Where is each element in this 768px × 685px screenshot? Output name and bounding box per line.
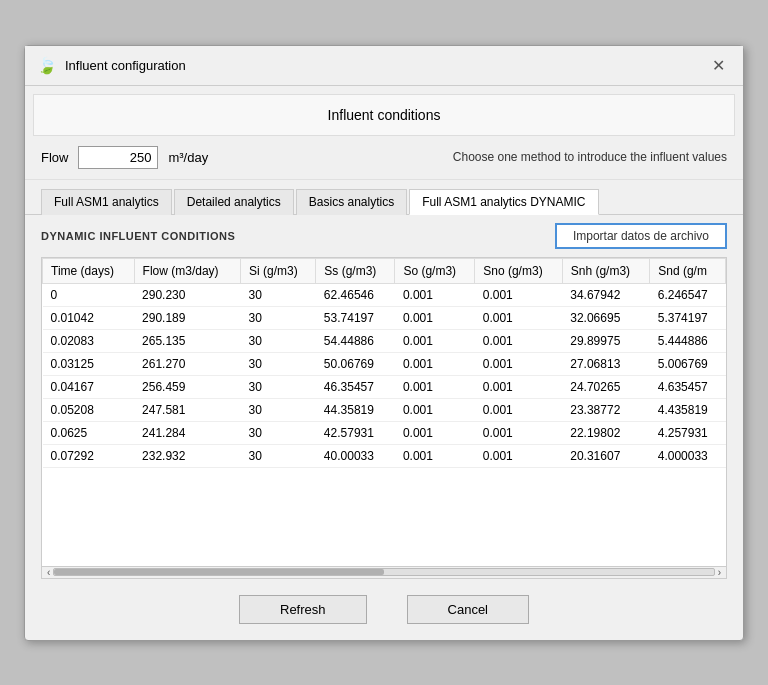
table-cell: 5.006769	[650, 352, 726, 375]
table-row: 0.05208247.5813044.358190.0010.00123.387…	[43, 398, 726, 421]
table-cell: 0.001	[395, 444, 475, 467]
table-cell: 0	[43, 283, 135, 306]
table-cell: 30	[241, 444, 316, 467]
table-cell: 50.06769	[316, 352, 395, 375]
footer: Refresh Cancel	[25, 579, 743, 640]
table-cell: 247.581	[134, 398, 241, 421]
tabs-section: Full ASM1 analytics Detailed analytics B…	[25, 180, 743, 215]
table-cell: 0.001	[395, 306, 475, 329]
table-cell: 53.74197	[316, 306, 395, 329]
table-cell: 232.932	[134, 444, 241, 467]
table-cell: 0.001	[475, 421, 562, 444]
import-button[interactable]: Importar datos de archivo	[555, 223, 727, 249]
table-cell: 0.001	[475, 444, 562, 467]
table-cell: 0.01042	[43, 306, 135, 329]
table-cell: 30	[241, 398, 316, 421]
col-header-flow: Flow (m3/day)	[134, 258, 241, 283]
flow-section: Flow m³/day Choose one method to introdu…	[25, 136, 743, 180]
table-cell: 0.03125	[43, 352, 135, 375]
section-header: Influent conditions	[33, 94, 735, 136]
col-header-so: So (g/m3)	[395, 258, 475, 283]
table-cell: 0.001	[475, 375, 562, 398]
refresh-button[interactable]: Refresh	[239, 595, 367, 624]
table-cell: 0.001	[475, 306, 562, 329]
tab-detailed-analytics[interactable]: Detailed analytics	[174, 189, 294, 215]
table-cell: 0.001	[395, 375, 475, 398]
table-row: 0.03125261.2703050.067690.0010.00127.068…	[43, 352, 726, 375]
table-row: 0.01042290.1893053.741970.0010.00132.066…	[43, 306, 726, 329]
table-cell: 0.001	[395, 329, 475, 352]
table-cell: 22.19802	[562, 421, 649, 444]
table-row: 0.02083265.1353054.448860.0010.00129.899…	[43, 329, 726, 352]
table-cell: 42.57931	[316, 421, 395, 444]
flow-input[interactable]	[78, 146, 158, 169]
table-cell: 30	[241, 421, 316, 444]
table-cell: 4.000033	[650, 444, 726, 467]
table-cell: 44.35819	[316, 398, 395, 421]
table-cell: 4.257931	[650, 421, 726, 444]
close-button[interactable]: ✕	[706, 54, 731, 77]
table-header-row: Time (days) Flow (m3/day) Si (g/m3) Ss (…	[43, 258, 726, 283]
table-cell: 0.001	[395, 352, 475, 375]
table-cell: 0.001	[475, 398, 562, 421]
table-cell: 62.46546	[316, 283, 395, 306]
table-cell: 256.459	[134, 375, 241, 398]
table-cell: 5.374197	[650, 306, 726, 329]
scroll-track[interactable]	[53, 568, 714, 576]
table-cell: 30	[241, 329, 316, 352]
table-cell: 265.135	[134, 329, 241, 352]
table-row: 0290.2303062.465460.0010.00134.679426.24…	[43, 283, 726, 306]
dynamic-header: DYNAMIC INFLUENT CONDITIONS Importar dat…	[25, 215, 743, 257]
col-header-sno: Sno (g/m3)	[475, 258, 562, 283]
table-cell: 0.001	[395, 421, 475, 444]
cancel-button[interactable]: Cancel	[407, 595, 529, 624]
table-cell: 20.31607	[562, 444, 649, 467]
table-cell: 5.444886	[650, 329, 726, 352]
table-cell: 0.001	[395, 283, 475, 306]
table-cell: 40.00033	[316, 444, 395, 467]
tab-full-asm1-analytics[interactable]: Full ASM1 analytics	[41, 189, 172, 215]
table-cell: 23.38772	[562, 398, 649, 421]
table-cell: 30	[241, 306, 316, 329]
table-cell: 34.67942	[562, 283, 649, 306]
dialog-title: Influent configuration	[65, 58, 186, 73]
table-cell: 290.230	[134, 283, 241, 306]
table-cell: 24.70265	[562, 375, 649, 398]
table-cell: 0.02083	[43, 329, 135, 352]
dynamic-label: DYNAMIC INFLUENT CONDITIONS	[41, 230, 235, 242]
table-cell: 30	[241, 283, 316, 306]
tab-full-asm1-analytics-dynamic[interactable]: Full ASM1 analytics DYNAMIC	[409, 189, 598, 215]
table-row: 0.07292232.9323040.000330.0010.00120.316…	[43, 444, 726, 467]
table-cell: 0.0625	[43, 421, 135, 444]
scroll-left-arrow[interactable]: ‹	[44, 567, 53, 578]
app-icon: 🍃	[37, 56, 57, 75]
table-cell: 0.001	[475, 329, 562, 352]
data-table: Time (days) Flow (m3/day) Si (g/m3) Ss (…	[42, 258, 726, 468]
scroll-right-arrow[interactable]: ›	[715, 567, 724, 578]
table-cell: 27.06813	[562, 352, 649, 375]
table-cell: 4.635457	[650, 375, 726, 398]
table-cell: 46.35457	[316, 375, 395, 398]
table-row: 0.0625241.2843042.579310.0010.00122.1980…	[43, 421, 726, 444]
col-header-ss: Ss (g/m3)	[316, 258, 395, 283]
col-header-si: Si (g/m3)	[241, 258, 316, 283]
table-cell: 0.04167	[43, 375, 135, 398]
table-cell: 290.189	[134, 306, 241, 329]
title-bar: 🍃 Influent configuration ✕	[25, 46, 743, 86]
table-cell: 241.284	[134, 421, 241, 444]
tab-basics-analytics[interactable]: Basics analytics	[296, 189, 407, 215]
col-header-snh: Snh (g/m3)	[562, 258, 649, 283]
influent-configuration-dialog: 🍃 Influent configuration ✕ Influent cond…	[24, 45, 744, 641]
horizontal-scrollbar[interactable]: ‹ ›	[41, 567, 727, 579]
table-cell: 0.05208	[43, 398, 135, 421]
table-cell: 261.270	[134, 352, 241, 375]
table-cell: 0.001	[395, 398, 475, 421]
table-cell: 54.44886	[316, 329, 395, 352]
scroll-thumb[interactable]	[54, 569, 384, 575]
table-cell: 32.06695	[562, 306, 649, 329]
col-header-time: Time (days)	[43, 258, 135, 283]
table-cell: 6.246547	[650, 283, 726, 306]
table-cell: 0.001	[475, 352, 562, 375]
data-table-container[interactable]: Time (days) Flow (m3/day) Si (g/m3) Ss (…	[41, 257, 727, 567]
col-header-snd: Snd (g/m	[650, 258, 726, 283]
